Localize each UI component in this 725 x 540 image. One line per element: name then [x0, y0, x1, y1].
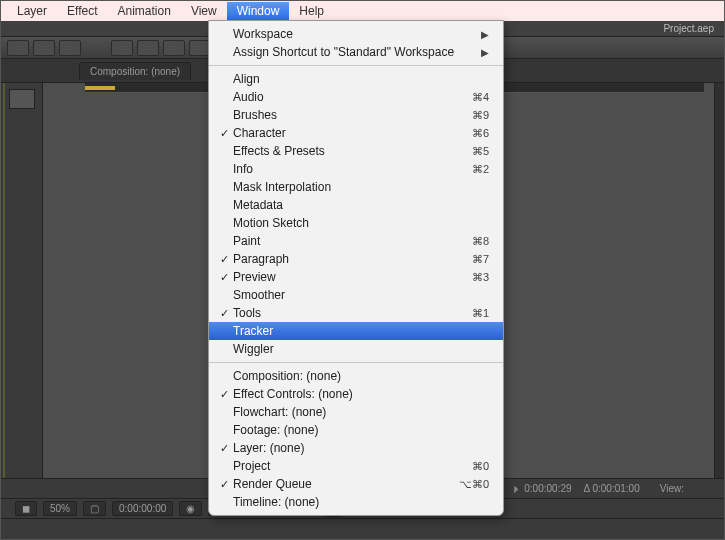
menu-item-label: Tracker — [231, 324, 489, 338]
submenu-arrow-icon: ▶ — [481, 29, 489, 40]
shortcut-label: ⌘2 — [472, 163, 489, 176]
menu-item[interactable]: ✓Render Queue⌥⌘0 — [209, 475, 503, 493]
shortcut-label: ⌘3 — [472, 271, 489, 284]
menu-item[interactable]: Effects & Presets⌘5 — [209, 142, 503, 160]
window-menu-dropdown[interactable]: Workspace▶Assign Shortcut to "Standard" … — [208, 20, 504, 516]
menu-item[interactable]: ✓Tools⌘1 — [209, 304, 503, 322]
menu-item-label: Motion Sketch — [231, 216, 489, 230]
shortcut-label: ⌥⌘0 — [459, 478, 489, 491]
menu-item[interactable]: ✓Layer: (none) — [209, 439, 503, 457]
menu-layer[interactable]: Layer — [7, 2, 57, 20]
menu-item-label: Info — [231, 162, 472, 176]
tool-button[interactable] — [137, 40, 159, 56]
menu-item[interactable]: Assign Shortcut to "Standard" Workspace▶ — [209, 43, 503, 61]
timecode-delta: Δ 0:00:01:00 — [584, 483, 640, 494]
menu-item[interactable]: Brushes⌘9 — [209, 106, 503, 124]
menu-item-label: Paragraph — [231, 252, 472, 266]
menu-item-label: Flowchart: (none) — [231, 405, 489, 419]
menu-item-label: Smoother — [231, 288, 489, 302]
shortcut-label: ⌘5 — [472, 145, 489, 158]
menu-item[interactable]: Metadata — [209, 196, 503, 214]
tool-button[interactable] — [33, 40, 55, 56]
check-icon: ✓ — [217, 253, 231, 266]
menu-item[interactable]: ✓Paragraph⌘7 — [209, 250, 503, 268]
menu-item[interactable]: Motion Sketch — [209, 214, 503, 232]
menu-item-label: Character — [231, 126, 472, 140]
check-icon: ✓ — [217, 271, 231, 284]
menu-item[interactable]: Tracker — [209, 322, 503, 340]
menu-item[interactable]: ✓Character⌘6 — [209, 124, 503, 142]
tool-button[interactable] — [111, 40, 133, 56]
menu-item-label: Timeline: (none) — [231, 495, 489, 509]
footer-spacer — [1, 518, 724, 538]
menu-item-label: Effect Controls: (none) — [231, 387, 489, 401]
menu-item-label: Align — [231, 72, 489, 86]
check-icon: ✓ — [217, 442, 231, 455]
submenu-arrow-icon: ▶ — [481, 47, 489, 58]
tool-button[interactable] — [7, 40, 29, 56]
menu-item[interactable]: Footage: (none) — [209, 421, 503, 439]
menu-item-label: Audio — [231, 90, 472, 104]
shortcut-label: ⌘0 — [472, 460, 489, 473]
check-icon: ✓ — [217, 127, 231, 140]
menu-item[interactable]: Paint⌘8 — [209, 232, 503, 250]
zoom-select[interactable]: 50% — [43, 501, 77, 516]
menu-item[interactable]: Composition: (none) — [209, 367, 503, 385]
shortcut-label: ⌘1 — [472, 307, 489, 320]
tool-button[interactable] — [59, 40, 81, 56]
view-label: View: — [660, 483, 684, 494]
menu-item-label: Brushes — [231, 108, 472, 122]
shortcut-label: ⌘4 — [472, 91, 489, 104]
menu-effect[interactable]: Effect — [57, 2, 107, 20]
timecode-end: 0:00:00:29 — [524, 483, 571, 494]
check-icon: ✓ — [217, 307, 231, 320]
menu-item[interactable]: ✓Effect Controls: (none) — [209, 385, 503, 403]
menubar: Layer Effect Animation View Window Help — [1, 1, 724, 21]
btn[interactable]: ◼ — [15, 501, 37, 516]
menu-item[interactable]: Project⌘0 — [209, 457, 503, 475]
menu-item-label: Effects & Presets — [231, 144, 472, 158]
menu-item-label: Composition: (none) — [231, 369, 489, 383]
menu-window[interactable]: Window — [227, 2, 290, 20]
menu-item[interactable]: Mask Interpolation — [209, 178, 503, 196]
left-panel — [1, 83, 43, 478]
menu-item-label: Project — [231, 459, 472, 473]
menu-item-label: Assign Shortcut to "Standard" Workspace — [231, 45, 481, 59]
thumbnail[interactable] — [9, 89, 35, 109]
project-filename: Project.aep — [663, 23, 714, 34]
menu-item[interactable]: ✓Preview⌘3 — [209, 268, 503, 286]
menu-item-label: Footage: (none) — [231, 423, 489, 437]
menu-item[interactable]: Audio⌘4 — [209, 88, 503, 106]
menu-view[interactable]: View — [181, 2, 227, 20]
tool-button[interactable] — [163, 40, 185, 56]
right-gutter — [714, 83, 724, 478]
composition-tab[interactable]: Composition: (none) — [79, 62, 191, 80]
menu-item-label: Tools — [231, 306, 472, 320]
timecode[interactable]: 0:00:00:00 — [112, 501, 173, 516]
menu-item[interactable]: Flowchart: (none) — [209, 403, 503, 421]
menu-item[interactable]: Wiggler — [209, 340, 503, 358]
menu-help[interactable]: Help — [289, 2, 334, 20]
menu-animation[interactable]: Animation — [108, 2, 181, 20]
menu-item[interactable]: Workspace▶ — [209, 25, 503, 43]
menu-item[interactable]: Align — [209, 70, 503, 88]
menu-item-label: Wiggler — [231, 342, 489, 356]
menu-item-label: Mask Interpolation — [231, 180, 489, 194]
btn[interactable]: ◉ — [179, 501, 202, 516]
menu-item-label: Workspace — [231, 27, 481, 41]
menu-item-label: Metadata — [231, 198, 489, 212]
menu-item[interactable]: Timeline: (none) — [209, 493, 503, 511]
separator — [209, 362, 503, 363]
shortcut-label: ⌘8 — [472, 235, 489, 248]
btn[interactable]: ▢ — [83, 501, 106, 516]
menu-item-label: Layer: (none) — [231, 441, 489, 455]
menu-item[interactable]: Info⌘2 — [209, 160, 503, 178]
menu-item-label: Preview — [231, 270, 472, 284]
separator — [209, 65, 503, 66]
shortcut-label: ⌘7 — [472, 253, 489, 266]
menu-item-label: Paint — [231, 234, 472, 248]
check-icon: ✓ — [217, 478, 231, 491]
shortcut-label: ⌘6 — [472, 127, 489, 140]
menu-item[interactable]: Smoother — [209, 286, 503, 304]
shortcut-label: ⌘9 — [472, 109, 489, 122]
